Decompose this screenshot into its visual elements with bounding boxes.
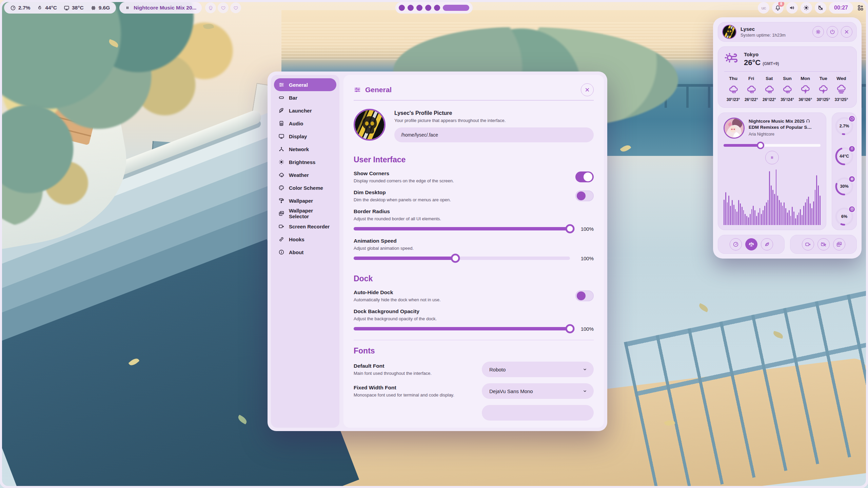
animation-speed-row: Animation SpeedAdjust global animation s…: [354, 238, 594, 261]
brightness-button[interactable]: [801, 2, 812, 14]
sidebar-item-display[interactable]: Display: [274, 130, 336, 143]
sidebar-item-brightness[interactable]: Brightness: [274, 156, 336, 168]
rocket-icon: [278, 107, 284, 114]
workspace-active-pill[interactable]: [443, 5, 469, 11]
section-user-interface: User Interface: [354, 155, 594, 164]
dashboard-icon[interactable]: [857, 4, 864, 11]
heart-icon: [233, 5, 238, 11]
brightness-icon: [803, 5, 809, 11]
quick-heart-button[interactable]: [218, 2, 229, 13]
sidebar-item-audio[interactable]: Audio: [274, 117, 336, 130]
settings-sidebar: GeneralBarLauncherAudioDisplayNetworkBri…: [271, 75, 339, 428]
billboard-font-select[interactable]: [482, 405, 594, 421]
billboard-font-row: [354, 405, 594, 421]
display-icon: [278, 133, 284, 139]
auto-hide-dock-row: Auto-Hide DockAutomatically hide the doc…: [354, 289, 594, 302]
top-bar: 2.7%44°C38°C9.6G Nightcore Music Mix 20.…: [4, 1, 864, 14]
dim-desktop-toggle[interactable]: [575, 190, 594, 201]
default-font-select[interactable]: Roboto: [482, 362, 594, 377]
media-progress-knob[interactable]: [757, 142, 764, 149]
cloud-fog-icon: [836, 84, 847, 95]
system-stats-pill[interactable]: 2.7%44°C38°C9.6G: [4, 2, 116, 14]
fixed-font-select[interactable]: DejaVu Sans Mono: [482, 383, 594, 399]
sidebar-item-launcher[interactable]: Launcher: [274, 104, 336, 117]
images-icon: [836, 241, 842, 247]
weather-temperature: 26°C: [744, 58, 761, 67]
camera-icon: [805, 241, 811, 247]
sidebar-item-color-scheme[interactable]: Color Scheme: [274, 181, 336, 194]
cloud-rain-icon: [764, 84, 775, 95]
dock-opacity-value: 100%: [576, 326, 594, 332]
quick-skull-button[interactable]: [205, 2, 216, 13]
sidebar-item-about[interactable]: About: [274, 246, 336, 259]
sidebar-item-network[interactable]: Network: [274, 143, 336, 156]
powersave-button[interactable]: [761, 238, 773, 250]
dock-opacity-row: Dock Background OpacityAdjust the backgr…: [354, 308, 594, 332]
sidebar-item-hooks[interactable]: Hooks: [274, 233, 336, 246]
notification-badge: 8: [778, 1, 784, 7]
sidebar-item-weather[interactable]: Weather: [274, 168, 336, 181]
cloud-bolt-icon: [800, 84, 811, 95]
border-radius-slider-knob[interactable]: [566, 224, 575, 233]
cloud-rain-icon: [746, 84, 757, 95]
sidebar-item-bar[interactable]: Bar: [274, 91, 336, 104]
sidebar-item-wallpaper-selector[interactable]: Wallpaper Selector: [274, 207, 336, 220]
sidebar-item-general[interactable]: General: [274, 78, 336, 91]
profile-picture[interactable]: [354, 109, 386, 141]
panel-close-button[interactable]: [841, 26, 852, 38]
headphones-icon: [806, 119, 810, 123]
clock[interactable]: 00:27: [829, 2, 853, 14]
settings-button[interactable]: [812, 26, 824, 38]
workspace-dot[interactable]: [434, 5, 440, 11]
tray-app-icon: uc: [761, 5, 766, 11]
workspace-indicator[interactable]: [395, 2, 473, 14]
window-close-button[interactable]: [581, 83, 594, 96]
animation-speed-slider[interactable]: [354, 257, 570, 260]
profile-description: Your profile picture that appears throug…: [394, 118, 594, 123]
forecast-sat: Sat26°/22°: [760, 76, 778, 102]
dock-opacity-slider[interactable]: [354, 327, 570, 330]
workspace-dot[interactable]: [425, 5, 431, 11]
quick-heart-button[interactable]: [230, 2, 241, 13]
sidebar-item-screen-recorder[interactable]: Screen Recorder: [274, 220, 336, 233]
power-button[interactable]: [827, 26, 838, 38]
roller-icon: [278, 198, 284, 204]
display-icon: [64, 5, 70, 11]
workspace-dot[interactable]: [416, 5, 422, 11]
forecast-sun: Sun35°/24°: [778, 76, 796, 102]
media-progress-slider[interactable]: [724, 144, 821, 147]
animation-speed-slider-knob[interactable]: [451, 254, 460, 263]
auto-hide-dock-toggle[interactable]: [575, 290, 594, 301]
palette-icon: [278, 185, 284, 191]
screenshot-button[interactable]: [833, 238, 845, 250]
pause-button[interactable]: [765, 151, 779, 164]
profile-path-input[interactable]: /home/lysec/.face: [394, 127, 594, 142]
show-corners-toggle[interactable]: [575, 171, 594, 182]
system-uptime: System uptime: 1h23m: [741, 33, 786, 38]
forecast-fri: Fri26°/22°: [742, 76, 760, 102]
heart-icon: [221, 5, 226, 11]
media-pill[interactable]: Nightcore Music Mix 20...: [119, 2, 202, 14]
performance-button[interactable]: [730, 238, 742, 250]
volume-button[interactable]: [786, 2, 798, 14]
border-radius-slider[interactable]: [354, 227, 570, 230]
record-stop-button[interactable]: [817, 238, 830, 250]
screen-record-button[interactable]: [802, 238, 814, 250]
notifications-button[interactable]: 8: [772, 2, 784, 14]
sidebar-item-wallpaper[interactable]: Wallpaper: [274, 194, 336, 207]
night-mode-button[interactable]: [815, 2, 826, 14]
forecast-tue: Tue30°/25°: [814, 76, 832, 102]
tray-app-button[interactable]: uc: [758, 2, 769, 14]
pause-icon: [125, 5, 130, 11]
workspace-dot[interactable]: [399, 5, 405, 11]
border-radius-value: 100%: [576, 226, 594, 232]
weather-condition-icon: [724, 52, 739, 67]
dock-opacity-slider-knob[interactable]: [566, 324, 575, 333]
weather-forecast: Thu30°/23°Fri26°/22°Sat26°/22°Sun35°/24°…: [724, 76, 850, 102]
workspace-dot[interactable]: [408, 5, 414, 11]
balanced-button[interactable]: [745, 238, 757, 250]
animation-speed-value: 100%: [576, 256, 594, 261]
profile-title: Lysec's Profile Picture: [394, 110, 452, 116]
forecast-mon: Mon36°/26°: [796, 76, 814, 102]
stat-ring-memory: 30%: [834, 177, 854, 196]
